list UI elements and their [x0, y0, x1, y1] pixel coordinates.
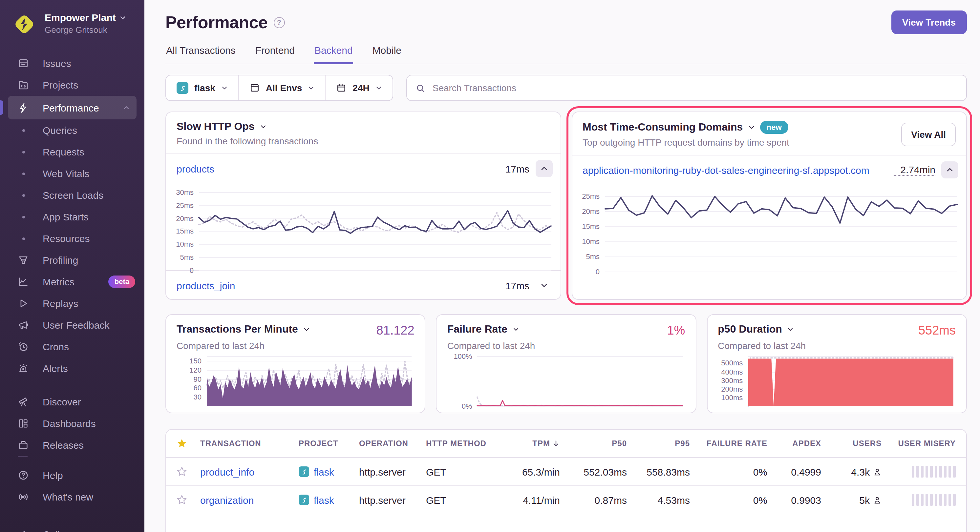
sidebar-item-crons[interactable]: Crons	[0, 336, 145, 357]
column-header-tpm[interactable]: TPM	[503, 439, 560, 448]
sidebar-item-metrics[interactable]: Metrics beta	[0, 271, 145, 292]
sidebar-item-label: Queries	[43, 125, 77, 136]
collapse-row-button[interactable]	[535, 160, 552, 177]
environment-filter[interactable]: All Envs	[238, 75, 325, 100]
sidebar-item-help[interactable]: Help	[0, 464, 145, 486]
transaction-link[interactable]: product_info	[200, 466, 255, 477]
failure-rate-cell: 0%	[690, 466, 767, 477]
transaction-link[interactable]: products	[177, 163, 214, 174]
sidebar-item-whats-new[interactable]: What's new	[0, 486, 145, 508]
duration-value[interactable]: 2.74min	[892, 164, 935, 176]
sidebar-item-resources[interactable]: Resources	[0, 228, 145, 249]
column-header-users[interactable]: USERS	[821, 439, 881, 448]
domains-title-menu[interactable]: Most Time-Consuming Domains new	[582, 121, 901, 134]
y-axis-ticks: 100%0%	[447, 356, 477, 406]
chevron-up-icon	[946, 166, 954, 174]
column-header-project[interactable]: PROJECT	[299, 439, 359, 448]
sidebar-item-performance[interactable]: Performance	[8, 96, 137, 119]
date-range-filter-label: 24H	[353, 83, 369, 93]
p50-duration-chart: 500ms400ms300ms200ms100ms	[718, 356, 956, 406]
sidebar-item-replays[interactable]: Replays	[0, 292, 145, 314]
domain-row: application-monitoring-ruby-dot-sales-en…	[572, 156, 966, 185]
y-axis-ticks: 500ms400ms300ms200ms100ms	[718, 356, 748, 406]
transaction-link[interactable]: products_join	[177, 280, 235, 291]
calendar-icon	[336, 83, 347, 93]
column-header-http-method[interactable]: HTTP METHOD	[426, 439, 503, 448]
column-header-user-misery[interactable]: USER MISERY	[881, 439, 956, 448]
tab-all-transactions[interactable]: All Transactions	[165, 40, 236, 64]
bullet-icon	[18, 146, 29, 157]
sidebar-collapse-button[interactable]: Collapse	[0, 524, 145, 532]
project-link[interactable]: flask	[314, 466, 334, 477]
tab-backend[interactable]: Backend	[314, 40, 353, 64]
y-axis-ticks: 150120906030	[177, 356, 207, 406]
sort-desc-arrow-icon	[552, 440, 560, 447]
chart-plot	[477, 356, 682, 406]
sidebar-item-projects[interactable]: Projects	[0, 74, 145, 96]
star-column-header[interactable]	[177, 438, 200, 449]
tab-frontend[interactable]: Frontend	[255, 40, 295, 64]
stat-title-menu[interactable]: Failure Rate	[447, 323, 519, 335]
transaction-link[interactable]: organization	[200, 494, 254, 505]
sidebar-item-app-starts[interactable]: App Starts	[0, 206, 145, 228]
transaction-row-products: products 17ms	[166, 154, 560, 183]
collapse-row-button[interactable]	[941, 162, 958, 179]
sidebar-item-releases[interactable]: Releases	[0, 434, 145, 456]
sidebar-item-requests[interactable]: Requests	[0, 141, 145, 163]
chart-plot	[207, 356, 412, 406]
org-logo-icon	[12, 12, 37, 37]
column-header-operation[interactable]: OPERATION	[359, 439, 426, 448]
tab-mobile[interactable]: Mobile	[372, 40, 402, 64]
user-icon	[873, 467, 881, 476]
sidebar-item-discover[interactable]: Discover	[0, 391, 145, 413]
sidebar-item-issues[interactable]: Issues	[0, 52, 145, 74]
chevron-left-icon	[18, 529, 29, 532]
p95-cell: 4.53ms	[627, 494, 690, 505]
flask-project-icon	[299, 495, 309, 505]
slow-http-ops-title-menu[interactable]: Slow HTTP Ops	[177, 121, 550, 132]
sidebar-item-alerts[interactable]: Alerts	[0, 357, 145, 379]
sidebar-item-web-vitals[interactable]: Web Vitals	[0, 163, 145, 184]
flask-project-icon	[299, 466, 309, 477]
users-cell: 5k	[821, 494, 881, 505]
http-method-cell: GET	[426, 466, 503, 477]
column-header-p50[interactable]: P50	[560, 439, 627, 448]
page-help-icon[interactable]: ?	[274, 17, 285, 28]
widgets-row-1: Slow HTTP Ops Found in the following tra…	[165, 111, 967, 300]
column-header-transaction[interactable]: TRANSACTION	[200, 439, 299, 448]
flask-project-icon	[177, 82, 188, 94]
stat-value: 552ms	[913, 323, 956, 338]
view-trends-button[interactable]: View Trends	[891, 11, 967, 34]
sidebar-item-label: Profiling	[43, 254, 78, 266]
new-badge: new	[760, 121, 788, 134]
chevron-down-icon	[120, 14, 126, 21]
sidebar-item-user-feedback[interactable]: User Feedback	[0, 314, 145, 336]
sidebar-item-label: Releases	[43, 440, 84, 451]
view-all-button[interactable]: View All	[901, 122, 956, 146]
favorite-star-button[interactable]	[177, 466, 200, 477]
sidebar-item-queries[interactable]: Queries	[0, 119, 145, 141]
org-switcher[interactable]: Empower Plant George Gritsouk	[0, 0, 145, 37]
column-header-p95[interactable]: P95	[627, 439, 690, 448]
project-filter[interactable]: flask	[166, 75, 238, 100]
issues-icon	[18, 58, 29, 69]
search-input[interactable]	[431, 82, 958, 94]
column-header-apdex[interactable]: APDEX	[767, 439, 821, 448]
sidebar-item-profiling[interactable]: Profiling	[0, 249, 145, 271]
expand-row-button[interactable]	[535, 277, 552, 294]
project-link[interactable]: flask	[314, 494, 334, 505]
column-header-failure-rate[interactable]: FAILURE RATE	[690, 439, 767, 448]
sidebar-item-dashboards[interactable]: Dashboards	[0, 413, 145, 434]
stat-title-menu[interactable]: p50 Duration	[718, 323, 794, 335]
beta-badge: beta	[109, 276, 135, 288]
sidebar-item-label: Performance	[43, 102, 99, 113]
y-axis-ticks: 25ms20ms15ms10ms5ms0	[576, 189, 605, 272]
date-range-filter[interactable]: 24H	[325, 75, 392, 100]
apdex-cell: 0.9903	[767, 494, 821, 505]
table-row: organization flask http.server GET 4.11/…	[166, 486, 966, 514]
stat-title-menu[interactable]: Transactions Per Minute	[177, 323, 310, 335]
domain-link[interactable]: application-monitoring-ruby-dot-sales-en…	[582, 165, 869, 176]
chevron-up-icon	[540, 165, 548, 173]
favorite-star-button[interactable]	[177, 495, 200, 505]
sidebar-item-screen-loads[interactable]: Screen Loads	[0, 184, 145, 206]
